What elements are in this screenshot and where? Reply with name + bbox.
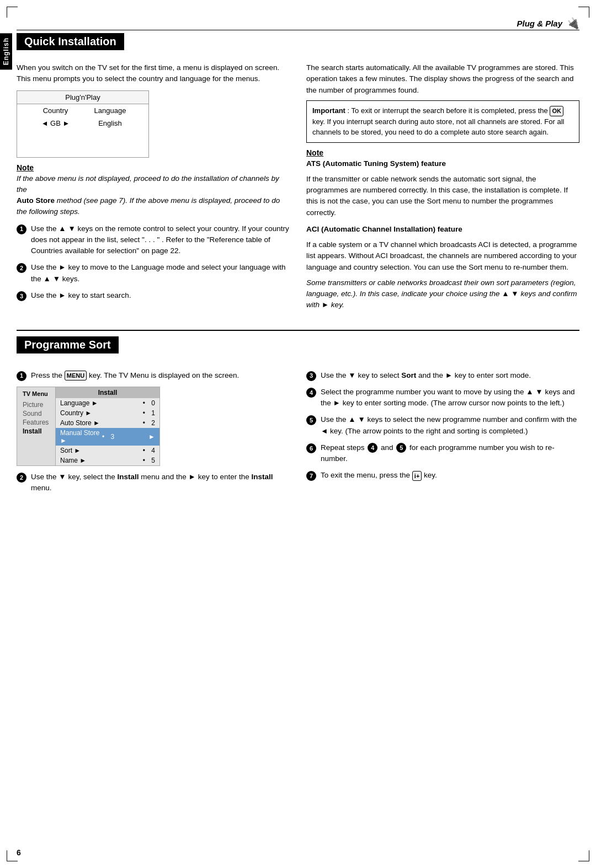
plug-icon: 🔌 bbox=[566, 17, 579, 30]
menu-val2: English bbox=[83, 119, 137, 127]
tv-menu-right-panel: Install Language ► • 0 Country ► • 1 bbox=[56, 387, 159, 465]
step-3-text: Use the ► key to start search. bbox=[31, 290, 290, 301]
row-sort-label: Sort ► bbox=[60, 447, 141, 454]
prog-step-2-num: 2 bbox=[17, 473, 26, 483]
note-italic-left: If the above menu is not displayed, proc… bbox=[17, 173, 290, 196]
main-content: Quick Installation When you switch on th… bbox=[17, 33, 579, 851]
row-language-label: Language ► bbox=[60, 399, 141, 407]
prog-step-1-text: Press the MENU key. The TV Menu is displ… bbox=[31, 370, 290, 381]
tv-menu-title: TV Menu bbox=[23, 390, 50, 397]
prog-sort-steps-right: 3 Use the ▼ key to select Sort and the ►… bbox=[306, 370, 579, 481]
programme-sort-cols: 1 Press the MENU key. The TV Menu is dis… bbox=[17, 366, 579, 500]
menu-val1: ◄ GB ► bbox=[28, 119, 83, 127]
step-2-num: 2 bbox=[17, 263, 26, 273]
ok-key: OK bbox=[550, 106, 563, 116]
plugnplay-menu-box: Plug'n'Play Country Language ◄ GB ► Engl… bbox=[17, 90, 149, 158]
programme-sort-left: 1 Press the MENU key. The TV Menu is dis… bbox=[17, 366, 290, 500]
step-2: 2 Use the ► key to move to the Language … bbox=[17, 262, 290, 285]
tv-menu-row-country: Country ► • 1 bbox=[56, 408, 159, 418]
plug-play-label: Plug & Play bbox=[517, 19, 562, 28]
important-label: Important bbox=[312, 106, 345, 115]
quick-install-title: Quick Installation bbox=[17, 33, 124, 50]
menu-box-header-row: Country Language bbox=[17, 104, 148, 117]
corner-tl bbox=[7, 7, 18, 18]
prog-sort-steps-left: 1 Press the MENU key. The TV Menu is dis… bbox=[17, 370, 290, 381]
step-1-num: 1 bbox=[17, 224, 26, 234]
prog-sort-step2: 2 Use the ▼ key, select the Install menu… bbox=[17, 471, 290, 494]
programme-sort-title: Programme Sort bbox=[17, 336, 119, 353]
ats-title: ATS (Automatic Tuning System) feature bbox=[306, 158, 579, 169]
menu-key: MENU bbox=[65, 371, 87, 381]
note-label-right: Note bbox=[306, 148, 579, 157]
tv-menu-sound: Sound bbox=[23, 409, 50, 418]
menu-box-data-row: ◄ GB ► English bbox=[17, 117, 148, 130]
quick-install-steps: 1 Use the ▲ ▼ keys on the remote control… bbox=[17, 223, 290, 302]
corner-bl bbox=[7, 850, 18, 861]
step-3-num: 3 bbox=[17, 291, 26, 301]
circle-5: 5 bbox=[396, 443, 406, 453]
iplus-key: i+ bbox=[412, 471, 422, 481]
circle-4: 4 bbox=[368, 443, 377, 453]
menu-col2-header: Language bbox=[83, 106, 137, 115]
tv-menu-install: Install bbox=[23, 427, 50, 436]
aci-block: ACI (Automatic Channel Installation) fea… bbox=[306, 224, 579, 311]
header-divider bbox=[17, 30, 579, 30]
corner-tr bbox=[578, 7, 589, 18]
note-block-right: Note ATS (Automatic Tuning System) featu… bbox=[306, 148, 579, 218]
install-bold: Install bbox=[117, 473, 139, 481]
step-2-text: Use the ► key to move to the Language mo… bbox=[31, 262, 290, 285]
corner-br bbox=[578, 850, 589, 861]
note-autostore: Auto Store method (see page 7). If the a… bbox=[17, 195, 290, 218]
sort-bold: Sort bbox=[401, 371, 416, 379]
menu-box-title: Plug'n'Play bbox=[17, 91, 148, 104]
tv-menu-outer: TV Menu Picture Sound Features Install I… bbox=[17, 387, 159, 465]
prog-step-6-text: Repeat steps 4 and 5 for each programme … bbox=[321, 442, 579, 465]
quick-install-cols: When you switch on the TV set for the fi… bbox=[17, 62, 579, 317]
ps1-prefix: Press the bbox=[31, 371, 62, 379]
prog-step-7-text: To exit the menu, press the i+ key. bbox=[321, 470, 579, 481]
prog-step-4-num: 4 bbox=[306, 388, 316, 398]
menu-box-spacer bbox=[17, 130, 148, 157]
row-country-label: Country ► bbox=[60, 409, 141, 417]
aci-title: ACI (Automatic Channel Installation) fea… bbox=[306, 224, 579, 235]
tv-menu-picture: Picture bbox=[23, 400, 50, 409]
prog-step-7: 7 To exit the menu, press the i+ key. bbox=[306, 470, 579, 481]
tv-menu-row-name: Name ► • 5 bbox=[56, 456, 159, 465]
important-text: : To exit or interrupt the search before… bbox=[348, 106, 548, 115]
tv-menu-row-autostore: Auto Store ► • 2 bbox=[56, 418, 159, 428]
quick-install-left: When you switch on the TV set for the fi… bbox=[17, 62, 290, 317]
prog-step-1-num: 1 bbox=[17, 371, 26, 381]
prog-step-2: 2 Use the ▼ key, select the Install menu… bbox=[17, 471, 290, 494]
autostore-bold: Auto Store bbox=[17, 196, 55, 205]
plug-play-header: Plug & Play 🔌 bbox=[517, 17, 579, 30]
prog-step-5-text: Use the ▲ ▼ keys to select the new progr… bbox=[321, 414, 579, 437]
step-1-text: Use the ▲ ▼ keys on the remote control t… bbox=[31, 223, 290, 257]
quick-install-right: The search starts automatically. All the… bbox=[306, 62, 579, 317]
note-italic1: If the above menu is not displayed, proc… bbox=[17, 174, 279, 194]
prog-step-3-text: Use the ▼ key to select Sort and the ► k… bbox=[321, 370, 579, 381]
section-divider bbox=[17, 330, 579, 331]
prog-step-6-num: 6 bbox=[306, 443, 316, 453]
tv-menu-features: Features bbox=[23, 418, 50, 427]
prog-step-6: 6 Repeat steps 4 and 5 for each programm… bbox=[306, 442, 579, 465]
note-block-left: Note If the above menu is not displayed,… bbox=[17, 163, 290, 218]
row-name-label: Name ► bbox=[60, 457, 141, 464]
tv-menu-row-language: Language ► • 0 bbox=[56, 398, 159, 408]
ats-title-bold: ATS (Automatic Tuning System) feature bbox=[306, 159, 446, 168]
language-tab: English bbox=[0, 33, 12, 69]
intro-text: When you switch on the TV set for the fi… bbox=[17, 62, 290, 85]
aci-text: If a cable system or a TV channel which … bbox=[306, 239, 579, 273]
programme-sort-right: 3 Use the ▼ key to select Sort and the ►… bbox=[306, 366, 579, 500]
ats-text: If the transmitter or cable network send… bbox=[306, 174, 579, 218]
tv-menu-diagram: TV Menu Picture Sound Features Install I… bbox=[17, 387, 160, 466]
tv-menu-row-sort: Sort ► • 4 bbox=[56, 446, 159, 456]
progress-bar bbox=[114, 435, 147, 439]
note-italic2: method (see page 7). If the above menu i… bbox=[17, 196, 280, 216]
prog-step-3: 3 Use the ▼ key to select Sort and the ►… bbox=[306, 370, 579, 381]
aci-italic: Some transmitters or cable networks broa… bbox=[306, 277, 579, 311]
prog-step-5-num: 5 bbox=[306, 415, 316, 425]
page-number: 6 bbox=[17, 848, 21, 857]
install-bold2: Install bbox=[251, 473, 273, 481]
ps1-rest: key. The TV Menu is displayed on the scr… bbox=[89, 371, 239, 379]
prog-step-5: 5 Use the ▲ ▼ keys to select the new pro… bbox=[306, 414, 579, 437]
